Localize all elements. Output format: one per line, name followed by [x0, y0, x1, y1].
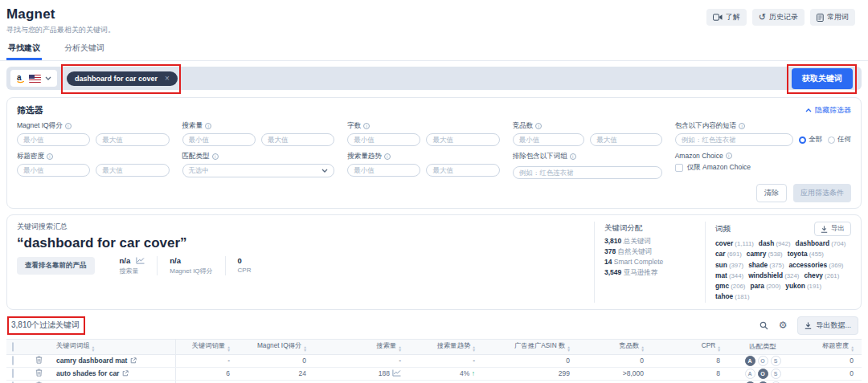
column-header-3[interactable]: 搜索量▴▾	[314, 339, 409, 354]
column-header-1[interactable]: 关键词销量▴▾	[175, 339, 238, 354]
radio-any[interactable]: 任何	[828, 135, 851, 145]
column-header-7[interactable]: CPR▴▾	[652, 339, 728, 354]
word-frequency-item: tahoe (181)	[715, 291, 750, 302]
asin-count-cell: 276	[483, 380, 578, 383]
word-frequency-item: chevy (261)	[804, 271, 839, 281]
sort-icon[interactable]: ▴▾	[399, 345, 401, 352]
filter-search-volume-trend-max-input[interactable]	[426, 164, 499, 177]
filter-amazon-choice-checkbox-label: 仅限 Amazon Choice	[687, 163, 751, 173]
summary-stat-0: n/a搜索量	[108, 256, 158, 275]
tab-find-suggestions[interactable]: 寻找建议	[6, 40, 42, 60]
radio-all[interactable]: 全部	[799, 135, 822, 145]
clear-filters-button[interactable]: 清除	[756, 184, 787, 202]
checkbox-icon[interactable]	[12, 369, 14, 378]
history-button[interactable]: ↺历史记录	[752, 9, 805, 26]
row-checkbox[interactable]	[6, 380, 29, 383]
distribution-items: 3,810 总关键词378 自然关键词14 Smart Complete3,54…	[604, 236, 695, 278]
delete-keyword-icon[interactable]	[29, 367, 48, 380]
summary-stat-1: n/aMagnet IQ得分	[157, 256, 224, 275]
info-icon: i	[205, 123, 211, 129]
keyword-tag[interactable]: dashboard for car cover ×	[67, 71, 178, 86]
filter-search-volume-trend-min-input[interactable]	[347, 164, 420, 177]
filter-phrases-containing-input[interactable]	[675, 133, 793, 146]
filter-word-count-max-input[interactable]	[426, 133, 499, 146]
tab-analyze-keywords[interactable]: 分析关键词	[63, 40, 106, 60]
learn-button-label: 了解	[726, 12, 740, 22]
sort-icon[interactable]: ▴▾	[567, 345, 570, 352]
apply-filters-button[interactable]: 应用筛选条件	[793, 184, 851, 202]
filter-exclude-phrases: 排除包含以下词组i	[513, 152, 662, 179]
sort-icon[interactable]: ▴▾	[227, 345, 230, 352]
row-checkbox[interactable]	[6, 367, 29, 380]
sort-icon[interactable]: ▴▾	[92, 345, 94, 352]
external-link-icon[interactable]	[122, 370, 129, 377]
column-header-5[interactable]: 广告推广ASIN 数▴▾	[483, 339, 578, 354]
filter-match-type-select[interactable]: 无选中	[182, 164, 335, 177]
word-frequency-item: dash (942)	[759, 238, 791, 249]
external-link-icon[interactable]	[130, 357, 137, 364]
delete-keyword-icon[interactable]	[29, 380, 48, 383]
common-words-button[interactable]: 常用词	[810, 9, 855, 26]
view-top-products-button[interactable]: 查看排名靠前的产品	[17, 257, 95, 275]
sort-icon[interactable]: ▴▾	[718, 345, 720, 352]
summary-card: 关键词搜索汇总 “dashboard for car cover” 查看排名靠前…	[6, 214, 862, 310]
trend-cell: -	[409, 380, 483, 383]
filter-search-volume-min-input[interactable]	[182, 133, 256, 146]
keyword-text[interactable]: auto shades for car	[56, 369, 119, 377]
filter-magnet-iq-score-min-input[interactable]	[17, 133, 90, 146]
filter-search-volume-trend: 搜索量趋势i	[347, 152, 500, 179]
filter-search-volume: 搜索量i	[182, 121, 335, 146]
filter-exclude-phrases-input[interactable]	[513, 166, 662, 179]
marketplace-selector[interactable]: a	[10, 70, 57, 87]
word-frequency-item: mat (344)	[715, 271, 743, 281]
sort-icon[interactable]: ▴▾	[851, 345, 854, 352]
asin-count-cell: 299	[483, 367, 578, 380]
column-header-2[interactable]: Magnet IQ得分▴▾	[238, 339, 314, 354]
filter-magnet-iq-score-max-input[interactable]	[96, 133, 169, 146]
header-spacer	[29, 339, 48, 354]
filter-title-density-min-input[interactable]	[17, 164, 90, 177]
checkbox-icon[interactable]	[675, 164, 683, 172]
summary-label: 关键词搜索汇总	[17, 222, 584, 232]
column-header-0[interactable]: 关键词词组▴▾	[48, 339, 175, 354]
sort-icon[interactable]: ▴▾	[641, 345, 644, 352]
filter-competing-products-max-input[interactable]	[590, 133, 661, 146]
column-header-6[interactable]: 竞品数▴▾	[578, 339, 652, 354]
remove-tag-icon[interactable]: ×	[165, 74, 170, 83]
delete-keyword-icon[interactable]	[29, 354, 48, 367]
word-frequency-header: 词频 导出	[715, 222, 851, 236]
export-word-frequency-button[interactable]: 导出	[814, 222, 851, 236]
info-icon: i	[570, 153, 576, 160]
select-all-checkbox[interactable]	[6, 339, 29, 354]
keyword-text[interactable]: camry dashboard mat	[56, 357, 127, 365]
info-icon: i	[47, 153, 53, 160]
filter-amazon-choice-checkbox-row[interactable]: 仅限 Amazon Choice	[675, 163, 851, 173]
hide-filters-link[interactable]: 隐藏筛选器	[805, 105, 851, 116]
info-icon: i	[384, 153, 391, 160]
keyword-cell: car auto shade	[48, 380, 175, 383]
checkbox-icon[interactable]	[12, 342, 14, 352]
export-data-button[interactable]: 导出数据...	[797, 316, 858, 335]
radio-any-icon	[828, 136, 835, 144]
column-header-9[interactable]: 标题密度▴▾	[797, 339, 862, 354]
sort-icon[interactable]: ▴▾	[304, 345, 306, 352]
gear-icon[interactable]: ⚙	[779, 320, 788, 330]
filter-competing-products-min-input[interactable]	[513, 133, 584, 146]
download-icon	[821, 226, 828, 233]
iq-score-cell: 0	[238, 380, 314, 383]
filter-title-density-max-input[interactable]	[96, 164, 169, 177]
filter-search-volume-max-input[interactable]	[261, 133, 334, 146]
match-type-badge-o: O	[758, 369, 768, 379]
row-checkbox[interactable]	[6, 354, 29, 367]
chart-icon[interactable]	[392, 369, 401, 377]
sort-icon[interactable]: ▴▾	[473, 345, 475, 352]
word-frequency-item: gmc (206)	[715, 281, 745, 291]
page-subtitle: 寻找与您的产品最相关的关键词。	[6, 25, 115, 35]
chevron-down-icon	[45, 76, 51, 80]
get-keywords-button[interactable]: 获取关键词	[792, 68, 853, 89]
filter-word-count-min-input[interactable]	[347, 133, 420, 146]
learn-button[interactable]: 了解	[706, 9, 747, 26]
column-header-4[interactable]: 搜索量趋势▴▾	[409, 339, 483, 354]
search-icon[interactable]	[760, 321, 768, 330]
checkbox-icon[interactable]	[12, 356, 14, 365]
